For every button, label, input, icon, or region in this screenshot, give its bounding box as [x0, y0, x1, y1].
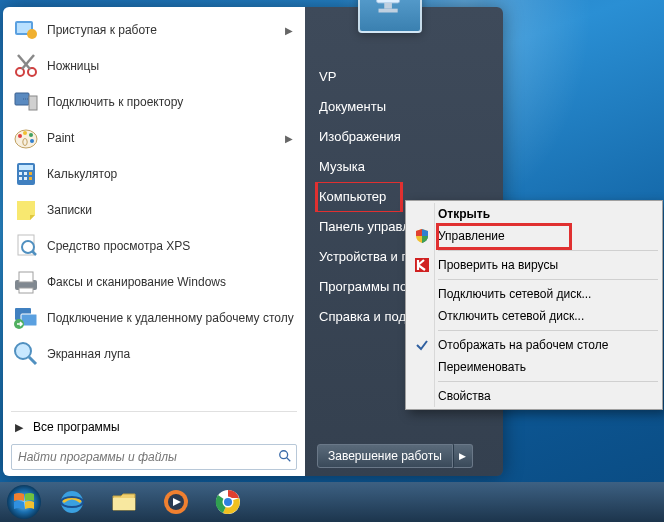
sticky-icon	[11, 195, 41, 225]
shutdown-group: Завершение работы ▶	[317, 444, 473, 468]
program-label: Экранная лупа	[47, 347, 297, 361]
blank-icon	[410, 204, 434, 224]
program-label: Paint	[47, 131, 285, 145]
context-menu-label: Отключить сетевой диск...	[434, 309, 654, 323]
program-projector[interactable]: Подключить к проектору	[3, 84, 305, 120]
context-menu-label: Свойства	[434, 389, 654, 403]
start-button[interactable]	[4, 482, 44, 522]
context-menu-item[interactable]: Управление	[408, 225, 660, 247]
fax-icon	[11, 267, 41, 297]
xps-icon	[11, 231, 41, 261]
context-menu-separator	[438, 279, 658, 280]
svg-point-16	[29, 133, 33, 137]
program-label: Калькулятор	[47, 167, 297, 181]
svg-point-17	[30, 139, 34, 143]
svg-rect-21	[19, 172, 22, 175]
program-remote[interactable]: Подключение к удаленному рабочему столу	[3, 300, 305, 336]
snipping-icon	[11, 51, 41, 81]
right-panel-user[interactable]: VP	[305, 62, 503, 92]
shutdown-options-arrow[interactable]: ▶	[453, 444, 473, 468]
context-menu-label: Управление	[434, 229, 654, 243]
user-picture[interactable]	[358, 0, 422, 33]
context-menu-separator	[438, 381, 658, 382]
svg-rect-2	[384, 3, 392, 9]
program-label: Подключить к проектору	[47, 95, 297, 109]
program-magnifier[interactable]: Экранная лупа	[3, 336, 305, 372]
shutdown-button[interactable]: Завершение работы	[317, 444, 453, 468]
triangle-right-icon: ▶	[15, 421, 23, 434]
svg-rect-44	[113, 498, 135, 510]
svg-rect-24	[19, 177, 22, 180]
context-menu-item[interactable]: Открыть	[408, 203, 660, 225]
calculator-icon	[11, 159, 41, 189]
blank-icon	[410, 357, 434, 377]
program-calculator[interactable]: Калькулятор	[3, 156, 305, 192]
svg-rect-3	[379, 9, 398, 13]
search-icon[interactable]	[274, 449, 296, 466]
context-menu-separator	[438, 330, 658, 331]
right-panel-music[interactable]: Музыка	[305, 152, 503, 182]
svg-rect-12	[29, 96, 37, 110]
taskbar-media-player[interactable]	[152, 485, 200, 519]
svg-rect-26	[29, 177, 32, 180]
search-input[interactable]	[12, 450, 274, 464]
svg-point-6	[27, 29, 37, 39]
svg-point-14	[18, 134, 22, 138]
context-menu-item[interactable]: Переименовать	[408, 356, 660, 378]
svg-point-36	[15, 343, 31, 359]
program-getting-started[interactable]: Приступая к работе▶	[3, 12, 305, 48]
context-menu: ОткрытьУправлениеПроверить на вирусыПодк…	[405, 200, 663, 410]
context-menu-label: Подключить сетевой диск...	[434, 287, 654, 301]
program-label: Факсы и сканирование Windows	[47, 275, 297, 289]
kaspersky-icon	[410, 255, 434, 275]
svg-line-37	[29, 357, 36, 364]
svg-rect-22	[24, 172, 27, 175]
svg-point-49	[224, 498, 232, 506]
context-menu-label: Переименовать	[434, 360, 654, 374]
context-menu-item[interactable]: Отображать на рабочем столе	[408, 334, 660, 356]
all-programs-button[interactable]: ▶ Все программы	[3, 414, 305, 440]
context-menu-separator	[438, 250, 658, 251]
blank-icon	[410, 284, 434, 304]
shield-icon	[410, 226, 434, 246]
start-menu-left-panel: Приступая к работе▶НожницыПодключить к п…	[3, 7, 305, 476]
context-menu-item[interactable]: Свойства	[408, 385, 660, 407]
context-menu-item[interactable]: Проверить на вирусы	[408, 254, 660, 276]
program-sticky[interactable]: Записки	[3, 192, 305, 228]
svg-rect-31	[19, 272, 33, 282]
svg-line-39	[287, 457, 291, 461]
taskbar-explorer[interactable]	[100, 485, 148, 519]
getting-started-icon	[11, 15, 41, 45]
program-label: Средство просмотра XPS	[47, 239, 297, 253]
program-fax[interactable]: Факсы и сканирование Windows	[3, 264, 305, 300]
program-snipping[interactable]: Ножницы	[3, 48, 305, 84]
context-menu-item[interactable]: Отключить сетевой диск...	[408, 305, 660, 327]
remote-icon	[11, 303, 41, 333]
svg-rect-32	[19, 288, 33, 293]
program-label: Подключение к удаленному рабочему столу	[47, 311, 297, 325]
program-xps[interactable]: Средство просмотра XPS	[3, 228, 305, 264]
program-label: Ножницы	[47, 59, 297, 73]
context-menu-item[interactable]: Подключить сетевой диск...	[408, 283, 660, 305]
context-menu-label: Отображать на рабочем столе	[434, 338, 654, 352]
svg-rect-11	[15, 93, 29, 105]
submenu-arrow-icon: ▶	[285, 133, 293, 144]
program-paint[interactable]: Paint▶	[3, 120, 305, 156]
taskbar	[0, 482, 664, 522]
program-label: Приступая к работе	[47, 23, 285, 37]
taskbar-ie[interactable]	[48, 485, 96, 519]
right-panel-pictures[interactable]: Изображения	[305, 122, 503, 152]
taskbar-chrome[interactable]	[204, 485, 252, 519]
svg-rect-0	[377, 0, 400, 3]
svg-point-15	[23, 131, 27, 135]
svg-point-18	[23, 139, 27, 146]
right-panel-documents[interactable]: Документы	[305, 92, 503, 122]
svg-rect-25	[24, 177, 27, 180]
svg-rect-23	[29, 172, 32, 175]
all-programs-label: Все программы	[33, 420, 120, 434]
svg-point-38	[280, 450, 288, 458]
context-menu-label: Проверить на вирусы	[434, 258, 654, 272]
blank-icon	[410, 386, 434, 406]
projector-icon	[11, 87, 41, 117]
search-box[interactable]	[11, 444, 297, 470]
